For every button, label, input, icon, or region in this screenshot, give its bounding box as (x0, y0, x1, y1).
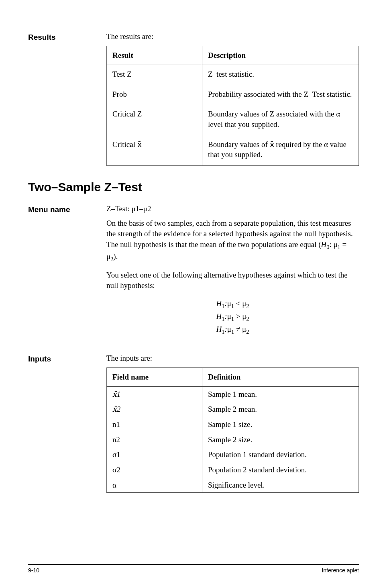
menu-para1: On the basis of two samples, each from a… (106, 218, 359, 263)
menu-label: Menu name (28, 204, 106, 346)
table-row: n2Sample 2 size. (106, 432, 359, 447)
section-heading: Two–Sample Z–Test (28, 180, 359, 194)
input-field-name: α (106, 478, 202, 493)
results-intro: The results are: (106, 32, 359, 41)
input-definition: Population 1 standard deviation. (202, 447, 359, 462)
table-row: ProbProbability associated with the Z–Te… (106, 85, 359, 105)
inputs-header-field: Field name (106, 368, 202, 387)
menu-content: Z–Test: μ1–μ2 On the basis of two sample… (106, 204, 359, 346)
inputs-label: Inputs (28, 354, 106, 493)
table-row: Critical ZBoundary values of Z associate… (106, 105, 359, 135)
result-name: Critical x̄ (106, 135, 202, 166)
result-desc: Boundary values of Z associated with the… (202, 105, 359, 135)
results-section: Results The results are: Result Descript… (28, 32, 359, 166)
result-name: Critical Z (106, 105, 202, 135)
result-name: Prob (106, 85, 202, 105)
results-label: Results (28, 32, 106, 166)
input-definition: Sample 1 size. (202, 417, 359, 432)
results-content: The results are: Result Description Test… (106, 32, 359, 166)
input-field-name: n1 (106, 417, 202, 432)
page-footer: 9-10 Inference aplet (28, 564, 359, 574)
input-field-name: x̄1 (106, 387, 202, 402)
input-definition: Significance level. (202, 478, 359, 493)
results-header-description: Description (202, 46, 359, 65)
inputs-header-definition: Definition (202, 368, 359, 387)
table-row: σ2Population 2 standard deviation. (106, 462, 359, 478)
result-name: Test Z (106, 65, 202, 85)
inputs-section: Inputs The inputs are: Field name Defini… (28, 354, 359, 493)
menu-section: Menu name Z–Test: μ1–μ2 On the basis of … (28, 204, 359, 346)
input-definition: Sample 2 size. (202, 432, 359, 447)
inputs-intro: The inputs are: (106, 354, 359, 363)
input-definition: Sample 1 mean. (202, 387, 359, 402)
result-desc: Boundary values of x̄ required by the α … (202, 135, 359, 166)
inputs-content: The inputs are: Field name Definition x̄… (106, 354, 359, 493)
input-field-name: n2 (106, 432, 202, 447)
table-row: n1Sample 1 size. (106, 417, 359, 432)
table-row: σ1Population 1 standard deviation. (106, 447, 359, 462)
input-definition: Sample 2 mean. (202, 402, 359, 417)
table-row: Test ZZ–test statistic. (106, 65, 359, 85)
results-table: Result Description Test ZZ–test statisti… (106, 46, 359, 166)
hypotheses-list: H1:μ1 < μ2 H1:μ1 > μ2 H1:μ1 ≠ μ2 (106, 298, 359, 336)
table-row: x̄2Sample 2 mean. (106, 402, 359, 417)
results-header-result: Result (106, 46, 202, 65)
inputs-table: Field name Definition x̄1Sample 1 mean.x… (106, 368, 359, 493)
table-row: x̄1Sample 1 mean. (106, 387, 359, 402)
result-desc: Probability associated with the Z–Test s… (202, 85, 359, 105)
input-field-name: x̄2 (106, 402, 202, 417)
hypothesis-2: H1:μ1 > μ2 (106, 310, 359, 323)
hypothesis-3: H1:μ1 ≠ μ2 (106, 323, 359, 336)
table-row: Critical x̄Boundary values of x̄ require… (106, 135, 359, 166)
page-number: 9-10 (28, 567, 39, 574)
result-desc: Z–test statistic. (202, 65, 359, 85)
input-field-name: σ2 (106, 462, 202, 478)
menu-para2: You select one of the following alternat… (106, 270, 359, 291)
table-row: αSignificance level. (106, 478, 359, 493)
hypothesis-1: H1:μ1 < μ2 (106, 298, 359, 310)
input-field-name: σ1 (106, 447, 202, 462)
menu-name: Z–Test: μ1–μ2 (106, 204, 359, 213)
input-definition: Population 2 standard deviation. (202, 462, 359, 478)
footer-title: Inference aplet (322, 567, 359, 574)
